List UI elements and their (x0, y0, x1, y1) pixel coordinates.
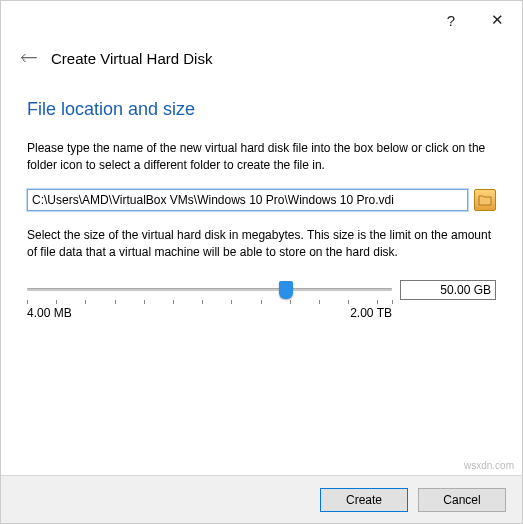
section-heading: File location and size (27, 99, 496, 120)
file-path-input[interactable] (27, 189, 468, 211)
create-button[interactable]: Create (320, 488, 408, 512)
back-arrow-icon[interactable]: 🡐 (19, 48, 39, 69)
folder-icon (478, 194, 492, 206)
help-icon[interactable]: ? (438, 7, 464, 33)
slider-range-labels: 4.00 MB 2.00 TB (27, 306, 496, 320)
size-slider[interactable] (27, 280, 392, 300)
size-slider-row: 50.00 GB (27, 280, 496, 300)
size-instruction-text: Select the size of the virtual hard disk… (27, 227, 496, 262)
cancel-button[interactable]: Cancel (418, 488, 506, 512)
wizard-title: Create Virtual Hard Disk (51, 50, 212, 67)
path-instruction-text: Please type the name of the new virtual … (27, 140, 496, 175)
content-area: File location and size Please type the n… (1, 77, 522, 320)
size-max-label: 2.00 TB (350, 306, 392, 320)
button-bar: Create Cancel (1, 475, 522, 523)
titlebar: ? ✕ (1, 1, 522, 39)
size-value-display[interactable]: 50.00 GB (400, 280, 496, 300)
wizard-header: 🡐 Create Virtual Hard Disk (1, 39, 522, 77)
close-icon[interactable]: ✕ (484, 7, 510, 33)
file-path-row (27, 189, 496, 211)
slider-ticks (27, 300, 392, 304)
browse-folder-button[interactable] (474, 189, 496, 211)
slider-track (27, 288, 392, 291)
slider-thumb[interactable] (279, 281, 293, 299)
watermark: wsxdn.com (464, 460, 514, 471)
size-min-label: 4.00 MB (27, 306, 72, 320)
